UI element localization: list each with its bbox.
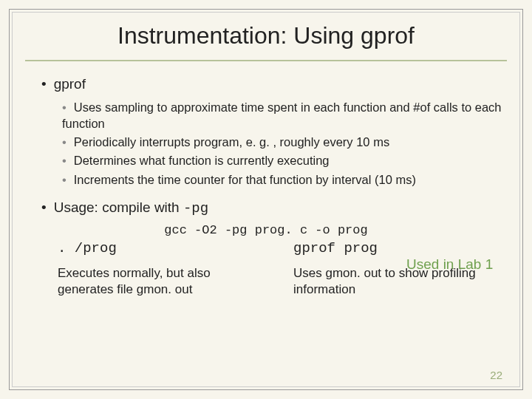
sub-bullet-text: Uses sampling to approximate time spent … (62, 100, 502, 130)
page-number: 22 (490, 369, 502, 381)
sub-bullet-text: Determines what function is currently ex… (74, 154, 330, 167)
bullet-usage-text: Usage: compile with (54, 200, 183, 215)
sub-bullet-text: Increments the time counter for that fun… (74, 173, 416, 186)
bullet-dot: • (62, 135, 66, 149)
bullet-list: •gprof •Uses sampling to approximate tim… (41, 75, 507, 219)
bullet-gprof-text: gprof (54, 76, 86, 92)
sub-bullet-text: Periodically interrupts program, e. g. ,… (74, 135, 389, 149)
compile-command: gcc -O2 -pg prog. c -o prog (25, 223, 507, 237)
bullet-gprof: •gprof (41, 75, 507, 95)
bullet-dot: • (62, 100, 66, 114)
lab-callout: Used in Lab 1 (406, 256, 502, 273)
bullet-dot: • (62, 154, 66, 167)
right-column-head: gprof prog (293, 240, 499, 256)
slide-content: Instrumentation: Using gprof •gprof •Use… (25, 16, 507, 383)
sub-bullet: •Determines what function is currently e… (62, 152, 507, 168)
title-divider (25, 60, 507, 61)
bullet-usage-flag: -pg (183, 200, 208, 216)
left-column: . /prog Executes normally, but also gene… (58, 240, 264, 298)
bullet-dot: • (41, 200, 47, 215)
sub-bullet: •Uses sampling to approximate time spent… (62, 99, 507, 132)
bullet-dot: • (62, 173, 66, 186)
bullet-usage: •Usage: compile with -pg (41, 198, 507, 219)
sub-bullet-list: •Uses sampling to approximate time spent… (62, 99, 507, 188)
sub-bullet: •Increments the time counter for that fu… (62, 171, 507, 188)
bullet-dot: • (41, 76, 47, 92)
left-column-body: Executes normally, but also generates fi… (58, 265, 264, 298)
left-column-head: . /prog (58, 240, 264, 256)
sub-bullet: •Periodically interrupts program, e. g. … (62, 134, 507, 150)
slide-title: Instrumentation: Using gprof (25, 22, 507, 50)
